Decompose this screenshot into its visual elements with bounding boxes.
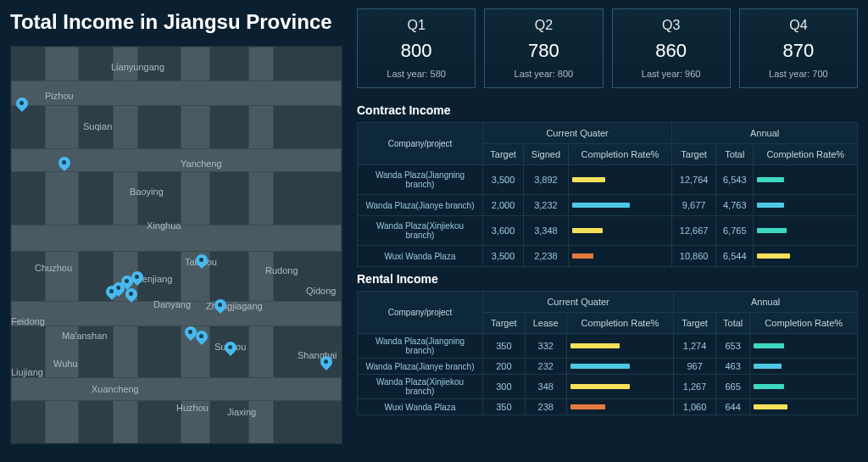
cell-annual-total: 665	[715, 375, 750, 399]
cell-cq-signed: 3,348	[524, 216, 569, 246]
th-total: Total	[715, 313, 750, 334]
table-row: Wuxi Wanda Plaza3502381,060644	[358, 399, 858, 415]
contract-income-table: Company/project Current Quater Annual Ta…	[357, 122, 858, 267]
city-label: Huzhou	[176, 403, 209, 413]
province-map[interactable]: Lianyungang Pizhou Suqian Yancheng Baoyi…	[10, 46, 342, 444]
quarter-card-q4[interactable]: Q4870Last year: 700	[739, 8, 858, 88]
cell-company: Wanda Plaza(Xinjiekou branch)	[358, 216, 483, 246]
cell-company: Wanda Plaza(Jianye branch)	[358, 359, 483, 375]
map-pin-icon[interactable]	[106, 286, 118, 303]
cell-annual-total: 463	[715, 359, 750, 375]
city-label: Rudong	[265, 265, 298, 276]
cell-cq-rate	[568, 216, 671, 246]
cell-annual-total: 4,763	[716, 195, 754, 216]
cell-cq-target: 300	[483, 375, 526, 399]
table-row: Wanda Plaza(Jiangning branch)3,5003,8921…	[358, 165, 858, 195]
cell-annual-target: 12,764	[672, 165, 716, 195]
map-pin-icon[interactable]	[320, 356, 332, 373]
cell-annual-rate	[754, 195, 858, 216]
th-total: Total	[716, 144, 754, 165]
cell-cq-target: 200	[483, 359, 526, 375]
table-row: Wuxi Wanda Plaza3,5002,23810,8606,544	[358, 246, 858, 267]
th-completion-rate: Completion Rate%	[750, 313, 858, 334]
th-completion-rate: Completion Rate%	[566, 313, 674, 334]
cell-cq-signed: 2,238	[524, 246, 569, 267]
th-completion-rate: Completion Rate%	[568, 144, 671, 165]
cell-cq-lease: 348	[525, 375, 566, 399]
cell-cq-signed: 3,892	[524, 165, 569, 195]
th-company: Company/project	[358, 123, 483, 165]
quarter-value: 870	[747, 40, 850, 62]
cell-annual-total: 653	[715, 334, 750, 359]
th-completion-rate: Completion Rate%	[754, 144, 858, 165]
table-row: Wanda Plaza(Jiangning branch)3503321,274…	[358, 334, 858, 359]
contract-income-title: Contract Income	[357, 103, 858, 117]
city-label: Xinghua	[147, 220, 181, 231]
map-pin-icon[interactable]	[58, 157, 70, 174]
city-label: Qidong	[306, 286, 336, 296]
cell-cq-target: 350	[483, 399, 526, 415]
quarter-value: 860	[620, 40, 723, 62]
table-row: Wanda Plaza(Xinjiekou branch)3,6003,3481…	[358, 216, 858, 246]
map-pin-icon[interactable]	[196, 254, 208, 271]
th-target: Target	[672, 144, 716, 165]
quarter-card-q2[interactable]: Q2780Last year: 800	[484, 8, 603, 88]
cell-annual-target: 1,060	[674, 399, 716, 415]
th-target: Target	[483, 313, 526, 334]
cell-cq-rate	[568, 195, 671, 216]
city-label: Danyang	[153, 299, 191, 309]
cell-cq-target: 3,500	[483, 246, 524, 267]
cell-annual-total: 644	[715, 399, 750, 415]
table-row: Wanda Plaza(Jianye branch)200232967463	[358, 359, 858, 375]
city-label: Xuancheng	[92, 384, 139, 394]
cell-company: Wanda Plaza(Jiangning branch)	[358, 165, 483, 195]
cell-annual-rate	[754, 165, 858, 195]
cell-company: Wuxi Wanda Plaza	[358, 246, 483, 267]
th-target: Target	[483, 144, 524, 165]
cell-annual-total: 6,544	[716, 246, 754, 267]
quarter-label: Q2	[492, 18, 595, 33]
map-pin-icon[interactable]	[125, 288, 137, 305]
th-signed: Signed	[524, 144, 569, 165]
cell-cq-target: 2,000	[483, 195, 524, 216]
quarter-label: Q4	[747, 18, 850, 33]
cell-cq-rate	[568, 246, 671, 267]
cell-cq-rate	[566, 399, 674, 415]
cell-cq-target: 350	[483, 334, 526, 359]
quarter-value: 800	[364, 40, 468, 62]
page-title: Total Income in Jiangsu Province	[10, 10, 342, 34]
quarter-card-q1[interactable]: Q1800Last year: 580	[357, 8, 476, 88]
city-label: Jiaxing	[227, 407, 256, 417]
table-row: Wanda Plaza(Xinjiekou branch)3003481,267…	[358, 375, 858, 399]
cell-annual-target: 1,267	[674, 375, 716, 399]
map-pin-icon[interactable]	[214, 299, 226, 316]
map-pin-icon[interactable]	[225, 342, 236, 359]
cell-annual-total: 6,765	[716, 216, 754, 246]
quarter-lastyear: Last year: 700	[747, 69, 850, 79]
cell-annual-target: 12,667	[672, 216, 716, 246]
cell-cq-target: 3,500	[483, 165, 524, 195]
quarter-card-q3[interactable]: Q3860Last year: 960	[612, 8, 731, 88]
cell-annual-rate	[754, 216, 858, 246]
quarter-lastyear: Last year: 960	[620, 69, 723, 79]
map-pin-icon[interactable]	[16, 97, 28, 114]
th-lease: Lease	[525, 313, 566, 334]
cell-annual-target: 9,677	[672, 195, 716, 216]
cell-annual-target: 967	[674, 359, 716, 375]
quarter-value: 780	[492, 40, 595, 62]
cell-annual-rate	[750, 399, 858, 415]
cell-company: Wanda Plaza(Jianye branch)	[358, 195, 483, 216]
cell-annual-total: 6,543	[716, 165, 754, 195]
cell-company: Wanda Plaza(Jiangning branch)	[358, 334, 483, 359]
quarter-label: Q1	[364, 18, 468, 33]
cell-annual-target: 10,860	[672, 246, 716, 267]
cell-cq-rate	[566, 334, 674, 359]
city-label: Chuzhou	[35, 263, 72, 273]
quarter-lastyear: Last year: 800	[492, 69, 595, 79]
quarter-label: Q3	[620, 18, 723, 33]
cell-annual-rate	[750, 359, 858, 375]
table-row: Wanda Plaza(Jianye branch)2,0003,2329,67…	[358, 195, 858, 216]
map-pin-icon[interactable]	[196, 331, 208, 348]
city-label: Pizhou	[45, 91, 74, 101]
th-annual: Annual	[674, 292, 858, 313]
